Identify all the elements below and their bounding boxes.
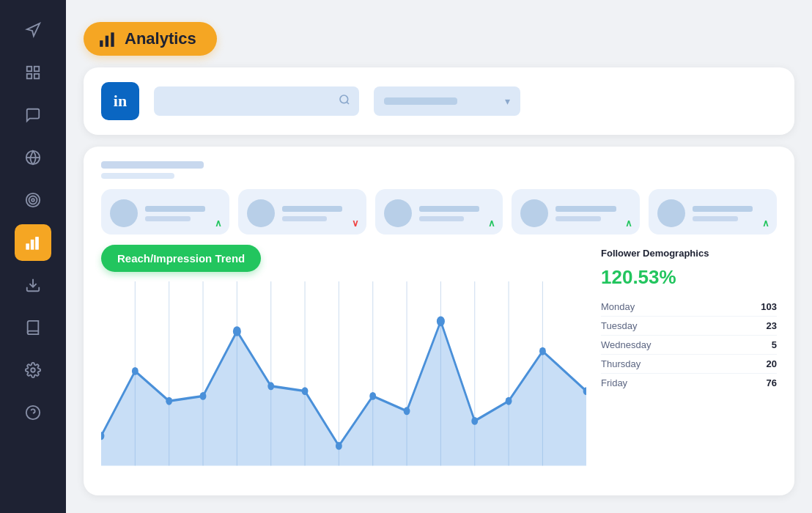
- metric-arrow-up-4: ∧: [625, 218, 632, 229]
- svg-rect-1: [27, 67, 32, 71]
- demographics-panel: Follower Demographics 120.53% Monday 103…: [601, 245, 777, 481]
- analytics-title-badge: Analytics: [84, 22, 217, 56]
- chart-dot-peak: [233, 326, 241, 336]
- sidebar-item-settings[interactable]: [15, 352, 51, 388]
- demo-row-tuesday: Tuesday 23: [601, 317, 777, 336]
- demo-day-monday: Monday: [601, 301, 635, 312]
- demo-row-thursday: Thursday 20: [601, 355, 777, 374]
- svg-rect-19: [111, 32, 114, 47]
- svg-rect-12: [36, 237, 39, 250]
- svg-point-20: [340, 95, 348, 103]
- demo-row-friday: Friday 76: [601, 374, 777, 392]
- sidebar-item-dashboard[interactable]: [15, 54, 51, 91]
- demo-row-monday: Monday 103: [601, 298, 777, 317]
- search-bar[interactable]: [154, 86, 359, 116]
- metric-card-3[interactable]: ∧: [375, 189, 503, 235]
- card-header: [101, 161, 777, 179]
- chart-dot: [166, 397, 172, 405]
- reach-impression-chart: [101, 281, 586, 481]
- chevron-down-icon: ▾: [505, 95, 510, 107]
- svg-rect-3: [27, 74, 32, 78]
- chart-dot: [267, 382, 274, 390]
- chart-section: Reach/Impression Trend: [101, 245, 586, 481]
- chart-dot: [132, 367, 139, 375]
- sidebar-item-target[interactable]: [15, 182, 51, 218]
- metric-lines-3: [419, 206, 495, 221]
- metric-lines-4: [556, 206, 631, 221]
- chart-dot: [506, 397, 512, 405]
- demo-day-thursday: Thursday: [601, 358, 641, 369]
- metric-cards-row: ∧ ∨ ∧: [101, 189, 777, 235]
- metric-arrow-down-2: ∨: [352, 218, 359, 229]
- demo-count-tuesday: 23: [767, 320, 777, 331]
- metric-arrow-up-1: ∧: [215, 218, 222, 229]
- demo-count-monday: 103: [761, 301, 777, 312]
- sidebar-item-navigate[interactable]: [15, 12, 51, 48]
- sidebar: [0, 0, 66, 513]
- demo-day-tuesday: Tuesday: [601, 320, 637, 331]
- demographics-title: Follower Demographics: [601, 248, 777, 259]
- demo-count-friday: 76: [767, 377, 777, 388]
- chart-dot: [302, 387, 309, 395]
- metric-avatar-4: [520, 199, 548, 227]
- sidebar-item-library[interactable]: [15, 309, 51, 346]
- chart-dot-peak: [437, 317, 445, 327]
- main-content: Analytics in ▾: [66, 0, 812, 513]
- metric-avatar-1: [110, 199, 138, 227]
- sidebar-item-support[interactable]: [15, 394, 51, 431]
- svg-point-8: [29, 196, 37, 204]
- demo-row-wednesday: Wednesday 5: [601, 336, 777, 355]
- title-bar: Analytics: [84, 22, 794, 56]
- metric-arrow-up-5: ∧: [762, 218, 769, 229]
- sidebar-item-download[interactable]: [15, 267, 51, 303]
- metric-avatar-5: [657, 199, 685, 227]
- svg-point-14: [31, 368, 35, 372]
- metric-lines-1: [145, 206, 221, 221]
- sidebar-item-analytics[interactable]: [15, 224, 51, 261]
- chart-dot: [336, 442, 342, 450]
- chart-dot: [539, 347, 546, 355]
- demo-count-thursday: 20: [767, 358, 777, 369]
- chart-dot: [369, 392, 376, 400]
- metric-card-1[interactable]: ∧: [101, 189, 229, 235]
- header-title-placeholder: [101, 161, 204, 169]
- metric-card-4[interactable]: ∧: [512, 189, 640, 235]
- demographics-percentage: 120.53%: [601, 266, 777, 289]
- analytics-bar-icon: [98, 29, 117, 48]
- svg-rect-2: [34, 67, 39, 71]
- linkedin-logo: in: [101, 82, 139, 120]
- demo-count-wednesday: 5: [772, 339, 777, 350]
- analytics-card: ∧ ∨ ∧: [84, 147, 794, 495]
- demo-day-friday: Friday: [601, 377, 627, 388]
- demo-day-wednesday: Wednesday: [601, 339, 651, 350]
- bottom-row: Reach/Impression Trend: [101, 245, 777, 481]
- top-filter-card: in ▾: [84, 67, 794, 135]
- sidebar-item-network[interactable]: [15, 139, 51, 176]
- metric-arrow-up-3: ∧: [488, 218, 495, 229]
- svg-rect-11: [31, 240, 34, 249]
- chart-dot: [200, 392, 207, 400]
- metric-lines-5: [693, 206, 768, 221]
- search-icon: [339, 94, 350, 108]
- svg-rect-18: [106, 36, 108, 47]
- demographics-table: Monday 103 Tuesday 23 Wednesday 5 Thursd…: [601, 298, 777, 392]
- svg-rect-4: [34, 74, 39, 78]
- metric-avatar-2: [247, 199, 275, 227]
- metric-card-5[interactable]: ∧: [649, 189, 777, 235]
- chart-area: [101, 245, 586, 481]
- header-subtitle-placeholder: [101, 173, 174, 179]
- chart-dot: [404, 407, 410, 415]
- svg-rect-10: [26, 244, 29, 249]
- filter-dropdown[interactable]: ▾: [374, 86, 520, 116]
- search-input[interactable]: [163, 96, 333, 107]
- svg-point-9: [32, 199, 34, 202]
- chart-dot: [471, 417, 478, 425]
- dropdown-value: [384, 97, 457, 105]
- svg-rect-17: [100, 40, 103, 47]
- metric-avatar-3: [384, 199, 412, 227]
- analytics-title-text: Analytics: [125, 29, 196, 48]
- sidebar-item-messages[interactable]: [15, 97, 51, 133]
- chart-badge: Reach/Impression Trend: [101, 245, 261, 272]
- metric-lines-2: [282, 206, 358, 221]
- metric-card-2[interactable]: ∨: [238, 189, 366, 235]
